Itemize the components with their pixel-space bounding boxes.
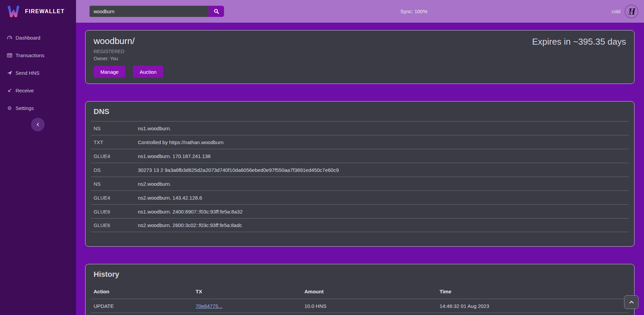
dns-record-type: GLUE6 <box>91 209 138 215</box>
topbar: Sync: 100% cold H <box>76 0 644 23</box>
sidebar-item-dashboard[interactable]: Dashboard <box>0 29 76 46</box>
settings-icon: ⚙ <box>7 105 13 111</box>
domain-status-badge: REGISTERED <box>94 49 626 54</box>
dns-record-row: GLUE6 ns2.woodburn. 2600:3c02::f03c:93ff… <box>91 218 629 232</box>
history-column-tx: TX <box>196 289 304 294</box>
history-time: 14:46:32 01 Aug 2023 <box>440 303 629 309</box>
history-row: UPDATE 70e64775... 10.0 HNS 14:46:32 01 … <box>91 299 629 313</box>
history-column-action: Action <box>91 289 196 294</box>
chevron-up-icon <box>629 300 634 304</box>
history-title: History <box>85 264 634 284</box>
dns-records-table: NS ns1.woodburn. TXT Controlled by https… <box>91 121 629 232</box>
history-action: UPDATE <box>91 303 196 309</box>
dns-record-row: GLUE4 ns1.woodburn. 170.187.241.138 <box>91 149 629 163</box>
dns-record-value: ns2.woodburn. <box>138 181 629 187</box>
domain-search <box>90 6 224 17</box>
scroll-to-top-button[interactable] <box>624 295 639 309</box>
sidebar-item-label: Settings <box>16 105 34 111</box>
wallet-info: cold H <box>612 4 644 19</box>
sidebar-item-label: Receive <box>16 88 34 93</box>
dns-record-row: GLUE4 ns2.woodburn. 143.42.128.6 <box>91 190 629 204</box>
transactions-icon <box>7 52 13 58</box>
history-amount: 10.0 HNS <box>304 303 440 309</box>
dns-record-type: DS <box>91 167 138 173</box>
history-tx: 70e64775... <box>196 303 304 309</box>
domain-expiry: Expires in ~395.35 days <box>532 37 626 47</box>
sidebar-item-receive[interactable]: Receive <box>0 82 76 99</box>
chevron-left-icon <box>36 122 40 127</box>
dns-record-row: NS ns2.woodburn. <box>91 177 629 190</box>
receive-icon <box>7 88 13 93</box>
sidebar-collapse-button[interactable] <box>31 118 45 131</box>
dns-record-row: DS 30273 13 2 9a3a8fb3d625d2a2073d740f10… <box>91 163 629 177</box>
brand-header: FIREWALLET <box>0 0 76 23</box>
dns-record-value: ns2.woodburn. 143.42.128.6 <box>138 195 629 201</box>
sidebar: FIREWALLET Dashboard Transactions <box>0 0 76 315</box>
dns-record-type: NS <box>91 126 138 131</box>
firewallet-logo-icon <box>6 4 21 19</box>
search-icon <box>214 8 219 14</box>
sidebar-item-settings[interactable]: ⚙ Settings <box>0 99 76 117</box>
history-header-row: Action TX Amount Time <box>91 284 629 299</box>
dns-title: DNS <box>85 102 634 121</box>
domain-owner: Owner: You <box>94 56 626 61</box>
search-input[interactable] <box>90 6 208 17</box>
history-card: History Action TX Amount Time UPDATE 70e… <box>85 264 635 315</box>
sidebar-nav: Dashboard Transactions Send HNS <box>0 29 76 117</box>
svg-text:H: H <box>628 6 636 17</box>
sidebar-item-transactions[interactable]: Transactions <box>0 46 76 64</box>
dns-record-row: GLUE6 ns1.woodburn. 2400:8907::f03c:93ff… <box>91 204 629 218</box>
dns-record-type: NS <box>91 181 138 187</box>
history-row: RENEW d7b3c875... 10.0 HNS 15:47:32 07 J… <box>91 313 629 315</box>
dns-record-row: TXT Controlled by https://nathan.woodbur… <box>91 135 629 149</box>
wallet-name: cold <box>612 9 620 14</box>
send-icon <box>7 70 13 76</box>
history-column-amount: Amount <box>304 289 440 294</box>
history-column-time: Time <box>440 289 629 294</box>
sidebar-item-label: Dashboard <box>16 35 40 41</box>
dns-record-value: ns1.woodburn. <box>138 126 629 131</box>
search-button[interactable] <box>208 6 224 17</box>
domain-actions: Manage Auction <box>94 66 626 78</box>
auction-button[interactable]: Auction <box>133 66 163 78</box>
dns-record-value: Controlled by https://nathan.woodburn <box>138 139 629 145</box>
dns-record-row: NS ns1.woodburn. <box>91 121 629 135</box>
manage-button[interactable]: Manage <box>94 66 125 78</box>
dns-card: DNS NS ns1.woodburn. TXT Controlled by h… <box>85 101 635 247</box>
dns-record-value: ns2.woodburn. 2600:3c02::f03c:93ff:fe5a:… <box>138 222 629 228</box>
dns-record-type: GLUE4 <box>91 195 138 201</box>
dns-record-value: 30273 13 2 9a3a8fb3d625d2a2073d740f10da6… <box>138 167 629 173</box>
main-content: woodburn/ REGISTERED Owner: You Manage A… <box>76 23 644 315</box>
dns-record-type: GLUE6 <box>91 222 138 228</box>
dns-record-type: TXT <box>91 139 138 145</box>
brand-name: FIREWALLET <box>25 8 65 15</box>
handshake-logo-icon[interactable]: H <box>624 4 639 19</box>
dns-record-value: ns1.woodburn. 170.187.241.138 <box>138 153 629 159</box>
dns-record-type: GLUE4 <box>91 153 138 159</box>
dns-record-value: ns1.woodburn. 2400:8907::f03c:93ff:fe5a:… <box>138 209 629 215</box>
sidebar-item-label: Transactions <box>16 52 44 58</box>
sidebar-item-send-hns[interactable]: Send HNS <box>0 64 76 82</box>
dashboard-icon <box>7 35 13 41</box>
sidebar-item-label: Send HNS <box>16 70 40 76</box>
tx-link[interactable]: 70e64775... <box>196 303 222 309</box>
history-table: Action TX Amount Time UPDATE 70e64775...… <box>91 284 629 315</box>
sync-status: Sync: 100% <box>400 0 427 23</box>
domain-card: woodburn/ REGISTERED Owner: You Manage A… <box>85 30 635 84</box>
